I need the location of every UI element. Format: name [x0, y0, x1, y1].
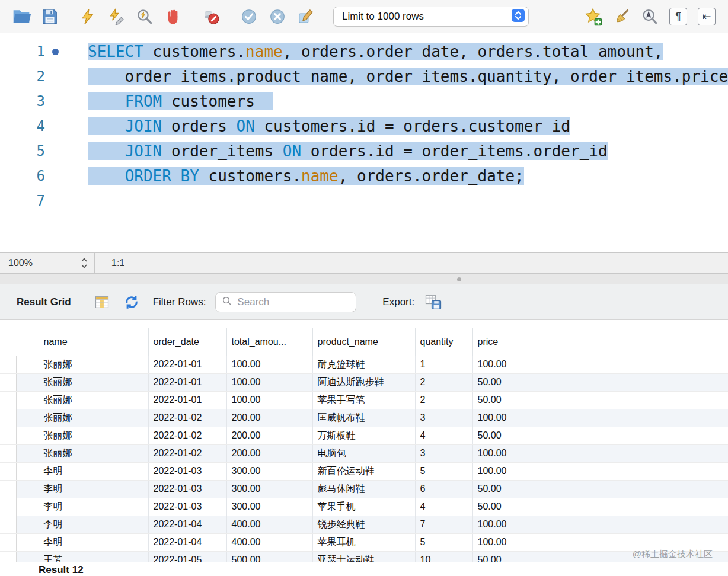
cell[interactable]: 200.00 [226, 409, 312, 427]
cell[interactable]: 100.00 [472, 444, 531, 462]
toggle-stop-on-error-icon[interactable] [200, 6, 222, 27]
line-number-gutter[interactable]: 6 [0, 164, 88, 188]
column-header[interactable]: total_amou... [226, 328, 312, 356]
cell[interactable]: 新百伦运动鞋 [312, 462, 415, 480]
beautify-icon[interactable] [295, 6, 317, 27]
cell[interactable]: 张丽娜 [39, 444, 148, 462]
cell[interactable]: 6 [415, 480, 472, 498]
search-input[interactable] [237, 296, 350, 308]
cell[interactable]: 100.00 [472, 409, 531, 427]
cell[interactable]: 100.00 [226, 373, 312, 391]
column-header[interactable]: name [39, 328, 148, 356]
cell[interactable]: 张丽娜 [39, 409, 148, 427]
code-line[interactable]: 1SELECT customers.name, orders.order_dat… [0, 39, 728, 64]
row-handle[interactable] [0, 533, 39, 551]
cell[interactable]: 匡威帆布鞋 [312, 409, 415, 427]
row-handle[interactable] [0, 480, 39, 498]
show-invisibles-icon[interactable]: ¶ [668, 6, 689, 27]
cell[interactable]: 7 [415, 516, 472, 533]
cell[interactable]: 李明 [39, 462, 148, 480]
cell[interactable]: 50.00 [472, 498, 531, 516]
code-line-text[interactable] [88, 188, 728, 213]
toggle-wrap-icon[interactable]: ⇤ [696, 6, 717, 27]
cell[interactable]: 张丽娜 [39, 391, 148, 409]
column-header[interactable]: order_date [148, 328, 226, 356]
row-handle[interactable] [0, 409, 39, 427]
code-line[interactable]: 5 JOIN order_items ON orders.id = order_… [0, 139, 728, 164]
table-row[interactable]: 张丽娜2022-01-01100.00阿迪达斯跑步鞋250.00 [0, 373, 728, 391]
table-row[interactable]: 李明2022-01-03300.00新百伦运动鞋5100.00 [0, 462, 728, 480]
code-line-text[interactable]: FROM customers [88, 89, 728, 114]
cell[interactable]: 2 [415, 391, 472, 409]
cell[interactable]: 100.00 [226, 391, 312, 409]
table-row[interactable]: 张丽娜2022-01-01100.00耐克篮球鞋1100.00 [0, 356, 728, 373]
open-script-icon[interactable] [11, 6, 32, 27]
cell[interactable]: 400.00 [226, 533, 312, 551]
grid-view-icon[interactable] [91, 292, 113, 313]
cell[interactable]: 100.00 [472, 533, 531, 551]
cell[interactable]: 2022-01-01 [148, 356, 226, 373]
code-line-text[interactable]: SELECT customers.name, orders.order_date… [88, 39, 728, 64]
table-row[interactable]: 李明2022-01-03300.00苹果手机450.00 [0, 498, 728, 516]
cell[interactable]: 400.00 [226, 516, 312, 533]
code-line-text[interactable]: JOIN order_items ON orders.id = order_it… [88, 139, 728, 164]
cell[interactable]: 2022-01-02 [148, 444, 226, 462]
code-line-text[interactable]: JOIN orders ON customers.id = orders.cus… [88, 114, 728, 139]
table-row[interactable]: 李明2022-01-04400.00锐步经典鞋7100.00 [0, 516, 728, 533]
cell[interactable]: 500.00 [226, 551, 312, 562]
cell[interactable]: 2022-01-03 [148, 498, 226, 516]
refresh-icon[interactable] [121, 292, 142, 313]
cell[interactable]: 2022-01-02 [148, 427, 226, 444]
cell[interactable]: 锐步经典鞋 [312, 516, 415, 533]
cell[interactable]: 2022-01-04 [148, 516, 226, 533]
commit-icon[interactable] [238, 6, 260, 27]
code-line[interactable]: 3 FROM customers [0, 89, 728, 114]
cell[interactable]: 2022-01-01 [148, 391, 226, 409]
table-row[interactable]: 张丽娜2022-01-02200.00万斯板鞋450.00 [0, 427, 728, 444]
cell[interactable]: 苹果手写笔 [312, 391, 415, 409]
result-tab[interactable]: Result 12 [17, 562, 133, 576]
cell[interactable]: 200.00 [226, 444, 312, 462]
table-row[interactable]: 张丽娜2022-01-01100.00苹果手写笔250.00 [0, 391, 728, 409]
row-handle[interactable] [0, 356, 39, 373]
line-number-gutter[interactable]: 1 [0, 39, 88, 64]
line-number-gutter[interactable]: 2 [0, 64, 88, 89]
cell[interactable]: 5 [415, 533, 472, 551]
cell[interactable]: 3 [415, 409, 472, 427]
cell[interactable]: 2022-01-02 [148, 409, 226, 427]
cell[interactable]: 李明 [39, 480, 148, 498]
cell[interactable]: 万斯板鞋 [312, 427, 415, 444]
line-number-gutter[interactable]: 4 [0, 114, 88, 139]
cell[interactable]: 300.00 [226, 462, 312, 480]
column-header[interactable]: product_name [312, 328, 415, 356]
new-snippet-icon[interactable] [582, 6, 604, 27]
cell[interactable]: 张丽娜 [39, 373, 148, 391]
cell[interactable]: 200.00 [226, 427, 312, 444]
stop-icon[interactable] [162, 6, 184, 27]
cell[interactable]: 彪马休闲鞋 [312, 480, 415, 498]
cell[interactable]: 100.00 [226, 356, 312, 373]
cell[interactable]: 4 [415, 498, 472, 516]
cell[interactable]: 李明 [39, 516, 148, 533]
cell[interactable]: 5 [415, 462, 472, 480]
panel-splitter[interactable] [0, 274, 728, 284]
cell[interactable]: 王芳 [39, 551, 148, 562]
table-row[interactable]: 李明2022-01-03300.00彪马休闲鞋650.00 [0, 480, 728, 498]
row-handle[interactable] [0, 498, 39, 516]
filter-search-box[interactable] [215, 292, 356, 312]
cell[interactable]: 2022-01-03 [148, 480, 226, 498]
cell[interactable]: 4 [415, 427, 472, 444]
table-row[interactable]: 王芳2022-01-05500.00亚瑟士运动鞋1050.00 [0, 551, 728, 562]
export-recordset-icon[interactable] [423, 292, 444, 313]
row-handle[interactable] [0, 462, 39, 480]
save-script-icon[interactable] [39, 6, 60, 27]
line-number-gutter[interactable]: 7 [0, 188, 88, 213]
code-line[interactable]: 4 JOIN orders ON customers.id = orders.c… [0, 114, 728, 139]
cell[interactable]: 50.00 [472, 480, 531, 498]
cell[interactable]: 3 [415, 444, 472, 462]
row-handle[interactable] [0, 551, 39, 562]
cell[interactable]: 2022-01-04 [148, 533, 226, 551]
row-handle[interactable] [0, 516, 39, 533]
column-header[interactable]: price [472, 328, 531, 356]
cell[interactable]: 2022-01-05 [148, 551, 226, 562]
